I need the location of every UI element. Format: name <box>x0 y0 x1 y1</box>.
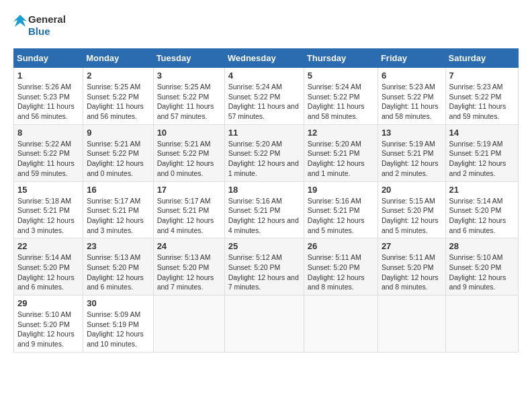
day-info: Sunrise: 5:24 AMSunset: 5:22 PMDaylight:… <box>228 83 299 120</box>
day-number: 25 <box>228 241 300 251</box>
weekday-header-monday: Monday <box>83 49 153 68</box>
day-info: Sunrise: 5:25 AMSunset: 5:22 PMDaylight:… <box>87 83 144 120</box>
calendar-day-cell: 24 Sunrise: 5:13 AMSunset: 5:20 PMDaylig… <box>153 238 224 295</box>
calendar-day-cell: 2 Sunrise: 5:25 AMSunset: 5:22 PMDayligh… <box>83 68 153 125</box>
day-number: 26 <box>308 241 374 251</box>
logo: General Blue <box>13 13 66 38</box>
calendar-day-cell <box>445 295 518 353</box>
calendar-day-cell: 29 Sunrise: 5:10 AMSunset: 5:20 PMDaylig… <box>14 295 83 353</box>
calendar-day-cell: 18 Sunrise: 5:16 AMSunset: 5:21 PMDaylig… <box>224 181 304 238</box>
day-number: 27 <box>382 241 442 251</box>
weekday-header-wednesday: Wednesday <box>224 49 304 68</box>
day-number: 10 <box>157 128 221 138</box>
calendar-day-cell: 6 Sunrise: 5:23 AMSunset: 5:22 PMDayligh… <box>378 68 445 125</box>
day-info: Sunrise: 5:19 AMSunset: 5:21 PMDaylight:… <box>449 140 506 177</box>
calendar-day-cell: 15 Sunrise: 5:18 AMSunset: 5:21 PMDaylig… <box>14 181 83 238</box>
day-number: 12 <box>308 128 374 138</box>
day-number: 20 <box>382 185 442 195</box>
calendar-day-cell: 10 Sunrise: 5:21 AMSunset: 5:22 PMDaylig… <box>153 124 224 181</box>
calendar-day-cell <box>224 295 304 353</box>
day-number: 21 <box>449 185 515 195</box>
logo-bird-icon <box>13 13 27 38</box>
day-number: 1 <box>17 71 79 81</box>
calendar-week-row: 22 Sunrise: 5:14 AMSunset: 5:20 PMDaylig… <box>14 238 519 295</box>
weekday-header-friday: Friday <box>378 49 445 68</box>
day-number: 17 <box>157 185 221 195</box>
calendar-day-cell: 7 Sunrise: 5:23 AMSunset: 5:22 PMDayligh… <box>445 68 518 125</box>
weekday-header-row: SundayMondayTuesdayWednesdayThursdayFrid… <box>14 49 519 68</box>
weekday-header-saturday: Saturday <box>445 49 518 68</box>
day-info: Sunrise: 5:13 AMSunset: 5:20 PMDaylight:… <box>87 253 144 291</box>
calendar-day-cell: 19 Sunrise: 5:16 AMSunset: 5:21 PMDaylig… <box>304 181 378 238</box>
day-number: 11 <box>228 128 300 138</box>
day-info: Sunrise: 5:14 AMSunset: 5:20 PMDaylight:… <box>449 197 506 234</box>
day-number: 23 <box>87 241 149 251</box>
day-number: 16 <box>87 185 149 195</box>
svg-marker-0 <box>13 15 27 27</box>
day-number: 9 <box>87 128 149 138</box>
day-info: Sunrise: 5:24 AMSunset: 5:22 PMDaylight:… <box>308 83 365 120</box>
calendar-table: SundayMondayTuesdayWednesdayThursdayFrid… <box>13 48 519 353</box>
weekday-header-sunday: Sunday <box>14 49 83 68</box>
calendar-day-cell: 21 Sunrise: 5:14 AMSunset: 5:20 PMDaylig… <box>445 181 518 238</box>
logo-container: General Blue <box>13 13 66 38</box>
calendar-day-cell: 9 Sunrise: 5:21 AMSunset: 5:22 PMDayligh… <box>83 124 153 181</box>
day-number: 5 <box>308 71 374 81</box>
day-number: 29 <box>17 298 79 308</box>
day-info: Sunrise: 5:17 AMSunset: 5:21 PMDaylight:… <box>87 197 144 234</box>
day-info: Sunrise: 5:09 AMSunset: 5:19 PMDaylight:… <box>87 310 144 348</box>
day-info: Sunrise: 5:12 AMSunset: 5:20 PMDaylight:… <box>228 253 299 291</box>
day-info: Sunrise: 5:23 AMSunset: 5:22 PMDaylight:… <box>382 83 439 120</box>
page-header: General Blue <box>13 13 519 38</box>
logo-text: General Blue <box>28 13 66 38</box>
calendar-day-cell: 3 Sunrise: 5:25 AMSunset: 5:22 PMDayligh… <box>153 68 224 125</box>
day-info: Sunrise: 5:11 AMSunset: 5:20 PMDaylight:… <box>308 253 365 291</box>
calendar-day-cell: 20 Sunrise: 5:15 AMSunset: 5:20 PMDaylig… <box>378 181 445 238</box>
calendar-day-cell <box>153 295 224 353</box>
calendar-day-cell: 27 Sunrise: 5:11 AMSunset: 5:20 PMDaylig… <box>378 238 445 295</box>
weekday-header-thursday: Thursday <box>304 49 378 68</box>
day-number: 15 <box>17 185 79 195</box>
day-number: 8 <box>17 128 79 138</box>
calendar-week-row: 1 Sunrise: 5:26 AMSunset: 5:23 PMDayligh… <box>14 68 519 125</box>
day-info: Sunrise: 5:13 AMSunset: 5:20 PMDaylight:… <box>157 253 214 291</box>
calendar-week-row: 8 Sunrise: 5:22 AMSunset: 5:22 PMDayligh… <box>14 124 519 181</box>
day-number: 6 <box>382 71 442 81</box>
calendar-week-row: 15 Sunrise: 5:18 AMSunset: 5:21 PMDaylig… <box>14 181 519 238</box>
calendar-day-cell <box>378 295 445 353</box>
day-number: 22 <box>17 241 79 251</box>
day-info: Sunrise: 5:19 AMSunset: 5:21 PMDaylight:… <box>382 140 439 177</box>
day-number: 3 <box>157 71 221 81</box>
day-info: Sunrise: 5:25 AMSunset: 5:22 PMDaylight:… <box>157 83 214 120</box>
calendar-day-cell: 11 Sunrise: 5:20 AMSunset: 5:22 PMDaylig… <box>224 124 304 181</box>
calendar-day-cell: 26 Sunrise: 5:11 AMSunset: 5:20 PMDaylig… <box>304 238 378 295</box>
calendar-day-cell: 17 Sunrise: 5:17 AMSunset: 5:21 PMDaylig… <box>153 181 224 238</box>
calendar-day-cell <box>304 295 378 353</box>
day-number: 28 <box>449 241 515 251</box>
weekday-header-tuesday: Tuesday <box>153 49 224 68</box>
calendar-day-cell: 23 Sunrise: 5:13 AMSunset: 5:20 PMDaylig… <box>83 238 153 295</box>
day-info: Sunrise: 5:21 AMSunset: 5:22 PMDaylight:… <box>157 140 214 177</box>
day-info: Sunrise: 5:26 AMSunset: 5:23 PMDaylight:… <box>17 83 75 120</box>
calendar-day-cell: 8 Sunrise: 5:22 AMSunset: 5:22 PMDayligh… <box>14 124 83 181</box>
calendar-day-cell: 1 Sunrise: 5:26 AMSunset: 5:23 PMDayligh… <box>14 68 83 125</box>
calendar-day-cell: 28 Sunrise: 5:10 AMSunset: 5:20 PMDaylig… <box>445 238 518 295</box>
day-info: Sunrise: 5:14 AMSunset: 5:20 PMDaylight:… <box>17 253 75 291</box>
day-info: Sunrise: 5:20 AMSunset: 5:21 PMDaylight:… <box>308 140 365 177</box>
calendar-day-cell: 4 Sunrise: 5:24 AMSunset: 5:22 PMDayligh… <box>224 68 304 125</box>
calendar-day-cell: 14 Sunrise: 5:19 AMSunset: 5:21 PMDaylig… <box>445 124 518 181</box>
day-number: 7 <box>449 71 515 81</box>
day-info: Sunrise: 5:15 AMSunset: 5:20 PMDaylight:… <box>382 197 439 234</box>
calendar-day-cell: 16 Sunrise: 5:17 AMSunset: 5:21 PMDaylig… <box>83 181 153 238</box>
day-info: Sunrise: 5:10 AMSunset: 5:20 PMDaylight:… <box>449 253 506 291</box>
calendar-day-cell: 12 Sunrise: 5:20 AMSunset: 5:21 PMDaylig… <box>304 124 378 181</box>
calendar-day-cell: 25 Sunrise: 5:12 AMSunset: 5:20 PMDaylig… <box>224 238 304 295</box>
day-info: Sunrise: 5:17 AMSunset: 5:21 PMDaylight:… <box>157 197 214 234</box>
day-number: 19 <box>308 185 374 195</box>
calendar-day-cell: 5 Sunrise: 5:24 AMSunset: 5:22 PMDayligh… <box>304 68 378 125</box>
day-info: Sunrise: 5:11 AMSunset: 5:20 PMDaylight:… <box>382 253 439 291</box>
day-info: Sunrise: 5:18 AMSunset: 5:21 PMDaylight:… <box>17 197 75 234</box>
calendar-day-cell: 22 Sunrise: 5:14 AMSunset: 5:20 PMDaylig… <box>14 238 83 295</box>
calendar-day-cell: 13 Sunrise: 5:19 AMSunset: 5:21 PMDaylig… <box>378 124 445 181</box>
day-info: Sunrise: 5:21 AMSunset: 5:22 PMDaylight:… <box>87 140 144 177</box>
